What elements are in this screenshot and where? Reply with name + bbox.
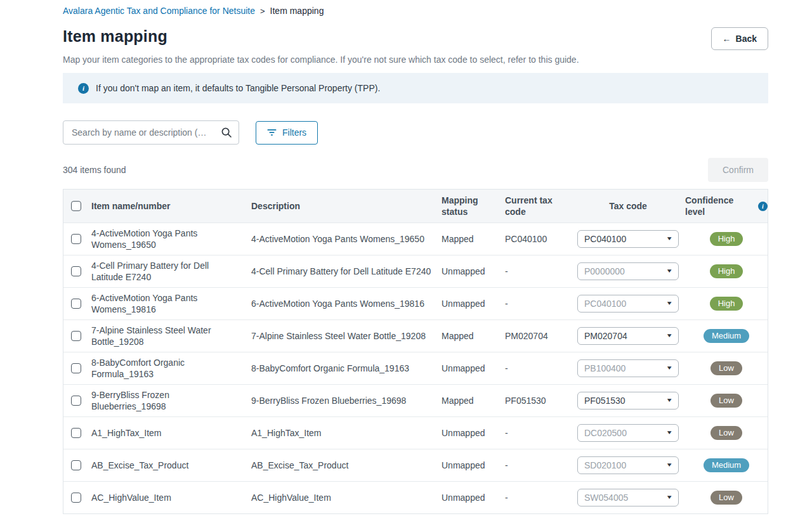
chevron-down-icon: ▼	[665, 268, 672, 274]
info-banner-text: If you don't map an item, it defaults to…	[96, 83, 380, 93]
tax-code-select[interactable]: PB100400 ▼	[577, 359, 679, 377]
item-description: AC_HighValue_Item	[251, 492, 442, 503]
tax-code-select-value: P0000000	[584, 266, 625, 277]
tax-code-select[interactable]: PC040100 ▼	[577, 230, 679, 248]
tax-code-select[interactable]: DC020500 ▼	[577, 424, 679, 442]
item-name: A1_HighTax_Item	[91, 427, 251, 439]
mapping-status: Unmapped	[442, 460, 505, 471]
tax-code-select-value: PC040100	[584, 298, 626, 309]
filter-icon	[267, 129, 277, 136]
row-checkbox[interactable]	[71, 460, 81, 470]
row-checkbox-cell	[63, 460, 91, 470]
item-name: 4-ActiveMotion Yoga Pants Womens_19650	[91, 228, 251, 250]
item-name: 7-Alpine Stainless Steel Water Bottle_19…	[91, 325, 251, 347]
row-checkbox-cell	[63, 266, 91, 276]
chevron-down-icon: ▼	[665, 332, 672, 339]
item-description: 6-ActiveMotion Yoga Pants Womens_19816	[251, 298, 442, 309]
current-tax-code: -	[505, 460, 571, 471]
tax-code-cell: PB100400 ▼	[571, 359, 685, 377]
tax-code-select[interactable]: PF051530 ▼	[577, 392, 679, 410]
tax-code-select-value: PC040100	[584, 233, 626, 245]
tax-code-cell: PC040100 ▼	[571, 230, 685, 248]
row-checkbox-cell	[63, 331, 91, 341]
select-all-checkbox[interactable]	[71, 201, 81, 211]
item-name: AC_HighValue_Item	[91, 492, 251, 503]
tax-code-cell: P0000000 ▼	[571, 262, 685, 280]
mapping-status: Unmapped	[442, 298, 505, 309]
info-icon: i	[78, 83, 89, 94]
tax-code-select[interactable]: PM020704 ▼	[577, 327, 679, 345]
current-tax-code: PC040100	[505, 233, 571, 245]
search-input[interactable]	[63, 120, 239, 145]
table-row: AB_Excise_Tax_Product AB_Excise_Tax_Prod…	[63, 449, 768, 481]
chevron-down-icon: ▼	[665, 429, 672, 436]
row-checkbox[interactable]	[71, 428, 81, 438]
table-header-row: Item name/number Description Mapping sta…	[63, 190, 768, 223]
tax-code-select-value: PB100400	[584, 363, 625, 374]
item-description: 9-BerryBliss Frozen Blueberries_19698	[251, 395, 442, 406]
row-checkbox-cell	[63, 428, 91, 438]
breadcrumb-separator: >	[260, 6, 265, 16]
tax-code-select-value: SW054005	[584, 492, 628, 503]
search-icon	[221, 127, 232, 138]
table-row: 8-BabyComfort Organic Formula_19163 8-Ba…	[63, 352, 768, 384]
page: Avalara Agentic Tax and Compliance for N…	[63, 0, 768, 514]
confidence-badge: Low	[710, 426, 742, 441]
confidence-badge: Medium	[704, 329, 749, 344]
item-name: 9-BerryBliss Frozen Blueberries_19698	[91, 389, 251, 412]
column-header-confidence-label: Confidence level	[685, 195, 754, 217]
row-checkbox-cell	[63, 363, 91, 373]
item-description: 4-Cell Primary Battery for Dell Latitude…	[251, 266, 442, 277]
chevron-down-icon: ▼	[665, 494, 672, 501]
tax-code-cell: DC020500 ▼	[571, 424, 685, 442]
confidence-badge: High	[710, 264, 743, 279]
current-tax-code: -	[505, 266, 571, 277]
table-row: AC_HighValue_Item AC_HighValue_Item Unma…	[63, 481, 768, 513]
toolbar: Filters	[63, 120, 768, 145]
tax-code-select[interactable]: SW054005 ▼	[577, 489, 679, 506]
row-checkbox[interactable]	[71, 331, 81, 341]
tax-code-select-value: PM020704	[584, 330, 627, 342]
breadcrumb-link-app[interactable]: Avalara Agentic Tax and Compliance for N…	[63, 6, 255, 16]
row-checkbox[interactable]	[71, 234, 81, 244]
tax-code-select[interactable]: P0000000 ▼	[577, 262, 679, 280]
row-checkbox[interactable]	[71, 363, 81, 373]
filters-button[interactable]: Filters	[256, 121, 318, 145]
row-checkbox[interactable]	[71, 266, 81, 276]
row-checkbox[interactable]	[71, 299, 81, 309]
row-checkbox-cell	[63, 234, 91, 244]
tax-code-select[interactable]: SD020100 ▼	[577, 456, 679, 474]
row-checkbox-cell	[63, 396, 91, 406]
confidence-badge: Low	[710, 394, 742, 408]
confidence-cell: Medium	[685, 458, 768, 473]
confidence-cell: Low	[685, 361, 768, 376]
current-tax-code: -	[505, 363, 571, 374]
row-checkbox[interactable]	[71, 493, 81, 503]
item-description: 4-ActiveMotion Yoga Pants Womens_19650	[251, 233, 442, 245]
row-checkbox-cell	[63, 493, 91, 503]
column-header-description: Description	[251, 200, 442, 212]
back-button[interactable]: ← Back	[711, 27, 768, 50]
table-row: 4-ActiveMotion Yoga Pants Womens_19650 4…	[63, 223, 768, 255]
tax-code-select-value: PF051530	[584, 395, 625, 406]
current-tax-code: PF051530	[505, 395, 571, 406]
chevron-down-icon: ▼	[665, 461, 672, 468]
confidence-badge: Low	[710, 491, 742, 505]
mapping-status: Mapped	[442, 233, 505, 245]
current-tax-code: -	[505, 492, 571, 503]
items-found-count: 304 items found	[63, 165, 126, 175]
search-box	[63, 120, 239, 145]
mapping-status: Unmapped	[442, 492, 505, 503]
current-tax-code: -	[505, 298, 571, 309]
tax-code-select[interactable]: PC040100 ▼	[577, 295, 679, 313]
results-row: 304 items found Confirm	[63, 158, 768, 182]
confidence-badge: Low	[710, 361, 742, 376]
confidence-info-icon[interactable]: i	[758, 202, 768, 211]
tax-code-select-value: SD020100	[584, 460, 626, 471]
filters-button-label: Filters	[282, 127, 306, 138]
confirm-button[interactable]: Confirm	[708, 158, 768, 182]
row-checkbox[interactable]	[71, 396, 81, 406]
table-body: 4-ActiveMotion Yoga Pants Womens_19650 4…	[63, 223, 768, 513]
tax-code-cell: PF051530 ▼	[571, 392, 685, 410]
item-description: A1_HighTax_Item	[251, 427, 442, 439]
